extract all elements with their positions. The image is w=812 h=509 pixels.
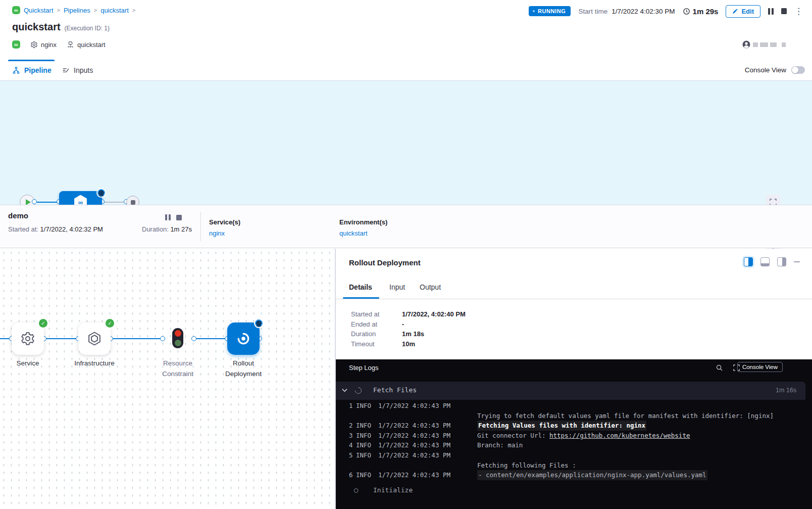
connector-dot [32, 199, 37, 204]
section-name: Initialize [373, 486, 413, 494]
pause-stage-button[interactable] [165, 214, 171, 220]
step-panel: Rollout Deployment Details Input Output … [335, 249, 812, 509]
log-line-number: 2 [349, 421, 356, 431]
log-timestamp: 1/7/2022 4:02:43 PM [378, 421, 477, 431]
minimize-panel-button[interactable] [794, 261, 800, 263]
pause-pipeline-button[interactable] [768, 8, 774, 15]
node-service[interactable]: ✓ [12, 322, 44, 355]
detail-value: 1/7/2022, 4:02:40 PM [402, 309, 466, 319]
execution-id: (Execution ID: 1) [65, 25, 110, 32]
toggle-knob [792, 67, 798, 73]
divider [200, 212, 201, 241]
tab-input[interactable]: Input [389, 283, 405, 291]
edge-line [102, 202, 126, 203]
detail-row: Duration 1m 18s [351, 329, 466, 339]
log-message: Branch: main [477, 440, 804, 450]
node-rollout-deployment[interactable] [227, 322, 260, 355]
node-label-infrastructure: Infrastructure [67, 358, 122, 369]
console-view-button[interactable]: Console View [737, 362, 783, 372]
log-link[interactable]: https://github.com/kubernetes/website [549, 432, 690, 439]
environment-tag: quickstart [67, 41, 106, 49]
user-avatar [742, 40, 751, 49]
log-message: Trying to fetch default values yaml file… [477, 411, 804, 421]
log-timestamp: 1/7/2022 4:02:43 PM [378, 401, 477, 411]
log-line-number: 5 [349, 450, 356, 460]
pause-icon [768, 8, 774, 15]
step-logs-header: Step Logs Console View [336, 359, 812, 377]
layout-split-icon[interactable] [744, 257, 753, 266]
success-check-badge: ✓ [39, 319, 47, 328]
log-section-fetch-files[interactable]: Fetch Files 1m 16s [336, 382, 805, 400]
node-label-service: Service [0, 358, 56, 369]
environment-icon [67, 41, 74, 49]
tab-details[interactable]: Details [349, 283, 372, 291]
tab-output[interactable]: Output [420, 283, 441, 291]
console-view-toggle[interactable] [791, 66, 805, 74]
abort-pipeline-button[interactable] [781, 8, 787, 14]
layout-bottom-icon[interactable] [760, 257, 770, 266]
log-section-initialize[interactable]: ○ Initialize [336, 482, 805, 499]
redacted-text [782, 42, 786, 47]
edge-line [46, 338, 76, 339]
environments-label: Environment(s) [339, 218, 387, 226]
stage-duration: Duration: 1m 27s [142, 225, 192, 233]
node-infrastructure[interactable]: ✓ [78, 322, 111, 355]
log-timestamp: 1/7/2022 4:02:43 PM [378, 431, 477, 441]
log-line-number: 1 [349, 401, 356, 411]
node-label-rollout-deployment: Rollout Deployment [216, 358, 271, 380]
log-lines: 1 INFO 1/7/2022 4:02:43 PM Trying to fet… [349, 401, 804, 480]
panel-layout-controls [744, 257, 800, 266]
console-view-label: Console View [745, 66, 786, 74]
status-badge: RUNNING [529, 6, 571, 16]
start-time-value: 1/7/2022 4:02:30 PM [612, 8, 675, 15]
gear-icon [20, 331, 35, 346]
edit-button[interactable]: Edit [726, 5, 760, 18]
node-resource-constraint[interactable] [172, 328, 183, 348]
section-name: Fetch Files [373, 386, 417, 394]
edge-line [34, 202, 59, 203]
pipeline-icon [12, 66, 20, 74]
detail-value: 10m [402, 339, 415, 349]
log-timestamp: 1/7/2022 4:02:43 PM [378, 440, 477, 450]
detail-label: Ended at [351, 319, 402, 330]
breadcrumb-link-project[interactable]: Quickstart [24, 7, 54, 14]
services-label: Service(s) [209, 218, 240, 226]
breadcrumb-link-pipeline[interactable]: quickstart [100, 7, 129, 14]
stop-icon [781, 8, 787, 14]
service-link[interactable]: nginx [209, 229, 225, 237]
app: ∞ Quickstart > Pipelines > quickstart > … [0, 0, 812, 509]
log-line-number: 4 [349, 440, 356, 450]
log-level: INFO [356, 470, 378, 480]
tags-row: ∞ nginx quickstart [12, 40, 106, 49]
execution-canvas[interactable]: ✓ Service ✓ Infrastructure Resource Cons… [0, 249, 335, 509]
redacted-text [753, 42, 758, 47]
detail-row: Timeout 10m [351, 339, 466, 349]
more-options-button[interactable]: ⋮ [794, 7, 803, 16]
active-tab-underline [8, 60, 55, 61]
detail-label: Duration [351, 329, 402, 339]
run-info-bar: RUNNING Start time 1/7/2022 4:02:30 PM 1… [529, 5, 803, 17]
connector-dot [160, 336, 165, 341]
tab-inputs[interactable]: Inputs [62, 60, 93, 80]
log-line: 6 INFO 1/7/2022 4:02:43 PM - content/en/… [349, 470, 804, 480]
log-message [477, 401, 804, 411]
elapsed-time: 1m 29s [683, 7, 719, 16]
log-level: INFO [356, 431, 378, 441]
search-icon[interactable] [716, 364, 723, 372]
breadcrumb-link-pipelines[interactable]: Pipelines [64, 7, 90, 14]
detail-label: Timeout [351, 339, 402, 349]
cd-module-icon: ∞ [12, 6, 20, 14]
log-line-number: 3 [349, 431, 356, 441]
tab-pipeline[interactable]: Pipeline [12, 60, 52, 80]
log-line-number: 6 [349, 470, 356, 480]
environment-link[interactable]: quickstart [339, 229, 368, 237]
clock-icon [683, 8, 690, 15]
view-tab-bar: Pipeline Inputs Console View [0, 60, 812, 81]
status-dot-icon [533, 10, 535, 12]
stage-canvas[interactable]: ∞ demo + − [0, 81, 812, 205]
section-duration: 1m 16s [776, 387, 796, 394]
stop-stage-button[interactable] [176, 215, 182, 220]
layout-right-icon[interactable] [777, 257, 786, 266]
edge-line [196, 338, 225, 339]
page-title: quickstart [12, 21, 61, 33]
